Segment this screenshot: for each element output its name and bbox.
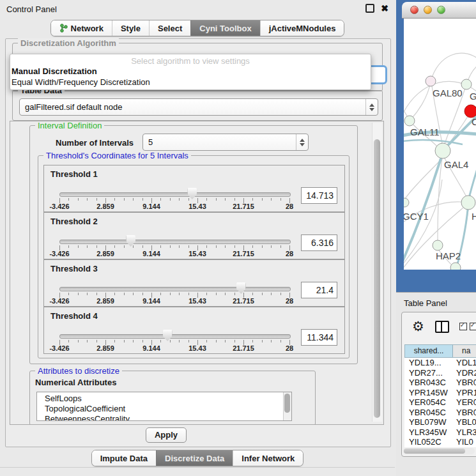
slider-track[interactable] [59,192,291,197]
combobox-value: galFiltered.sif default node [20,102,365,112]
table-row[interactable]: YER054CYER0 [404,397,476,408]
control-panel-titlebar: Control Panel ✖ [0,0,395,18]
slider-scale-labels: -3.4262.8599.14415.4321.71528 [59,250,289,257]
tab-jactivemnodules[interactable]: jActiveMNodules [260,20,344,36]
combobox-value: 5 [143,137,296,147]
network-icon [59,24,68,33]
network-canvas[interactable]: GAL80GACGAL11GAL4GCY1HHAP2 [404,19,476,270]
panel-title: Control Panel [6,4,57,14]
panel-bottom-divider [0,467,395,468]
tab-label: Select [158,24,182,33]
tab-select[interactable]: Select [149,20,190,36]
zoom-traffic-light-icon[interactable] [437,6,445,14]
table-toolbar: ⚙ [402,312,476,341]
settings-scroll-area: Interval Definition Number of Intervals … [10,121,384,425]
group-title: Discretization Algorithm [18,38,119,48]
table-cell: YBR045C [404,408,452,418]
network-node-gal4[interactable] [435,143,450,158]
network-node-gcy1[interactable] [404,198,409,207]
combobox-arrows-icon [365,99,378,115]
table-row[interactable]: YIL052CYIL0 [404,437,476,447]
threshold-slider[interactable]: -3.4262.8599.14415.4321.71528 [59,307,289,353]
table-panel-title: Table Panel [404,298,447,308]
threshold-value-field[interactable]: 14.713 [301,187,337,204]
table-cell: YER0 [452,397,476,408]
dropdown-option-equal-width[interactable]: Equal Width/Frequency Discretization [12,77,150,87]
threshold-value-field[interactable]: 11.344 [301,329,337,346]
table-cell: YLR345W [404,427,452,438]
network-node-gal80[interactable] [426,76,436,86]
float-window-icon[interactable] [365,4,374,13]
tab-discretize-data[interactable]: Discretize Data [156,450,233,466]
table-cell: YDL19... [404,358,452,368]
threshold-slider[interactable]: -3.4262.8599.14415.4321.71528 [59,260,289,306]
column-header-shared[interactable]: shared... [405,345,453,357]
group-title: Threshold's Coordinates for 5 Intervals [43,151,191,160]
table-data-combobox[interactable]: galFiltered.sif default node [19,98,378,116]
table-row[interactable]: YBR043CYBR0 [404,378,476,388]
checkbox-icon[interactable] [459,323,467,330]
tab-network[interactable]: Network [51,20,112,36]
tab-cyni-toolbox[interactable]: Cyni Toolbox [190,20,259,36]
attributes-list-scrollbar[interactable] [283,392,291,420]
table-cell: YER054C [404,397,452,408]
network-node[interactable] [450,263,461,270]
tab-label: Infer Network [242,454,295,463]
network-node-c[interactable] [464,105,476,118]
network-window-titlebar[interactable] [402,2,476,19]
dropdown-option-manual[interactable]: Manual Discretization [12,66,97,76]
vertical-scrollbar[interactable] [372,123,382,422]
threshold-value-field[interactable]: 21.4 [301,282,337,298]
node-label: GAL80 [433,88,463,98]
attribute-item[interactable]: SelfLoops [45,394,291,404]
tab-infer-network[interactable]: Infer Network [233,450,303,466]
network-node-h[interactable] [461,196,475,210]
attribute-item[interactable]: BetweennessCentrality [45,414,291,421]
threshold-value-field[interactable]: 6.316 [301,234,337,251]
table-row[interactable]: YBL079WYBL0 [404,417,476,427]
table-cell: YPR1 [452,388,476,398]
number-of-intervals-combobox[interactable]: 5 [142,134,309,151]
attributes-list[interactable]: SelfLoopsTopologicalCoefficientBetweenne… [36,392,292,421]
minimize-traffic-light-icon[interactable] [424,6,432,14]
tab-label: Discretize Data [165,454,224,463]
tab-impute-data[interactable]: Impute Data [92,450,156,466]
close-icon[interactable]: ✖ [381,4,388,12]
attribute-item[interactable]: TopologicalCoefficient [45,404,291,414]
network-node-hap2[interactable] [433,240,443,250]
table-row[interactable]: YDR27...YDR2 [404,368,476,378]
checkbox-icon[interactable] [470,323,476,330]
table-cell: YBR0 [452,408,476,418]
close-traffic-light-icon[interactable] [410,6,418,14]
node-label: C [472,116,476,127]
tab-label: Impute Data [100,454,148,463]
node-label: GA [470,91,476,102]
threshold-slider[interactable]: -3.4262.8599.14415.4321.71528 [59,213,289,259]
combobox-arrows-icon [296,134,308,150]
gear-icon[interactable]: ⚙ [412,320,424,333]
attributes-group: Attributes to discretize Numerical Attri… [29,371,316,425]
slider-track[interactable] [59,334,291,339]
table-cell: YDR27... [404,368,452,378]
table-cell: YIL0 [452,437,476,447]
table-cell: YBR043C [404,378,452,388]
columns-icon[interactable] [435,321,449,333]
network-edge[interactable] [405,158,442,199]
table-row[interactable]: YDL19...YDL1 [404,358,476,368]
table-row[interactable]: YLR345WYLR3 [404,427,476,438]
tab-style[interactable]: Style [112,20,149,36]
apply-button[interactable]: Apply [146,427,187,443]
horizontal-scrollbar[interactable] [403,448,475,454]
network-node-ga[interactable] [461,79,472,89]
table-row[interactable]: YBR045CYBR0 [404,408,476,418]
threshold-slider[interactable]: -3.4262.8599.14415.4321.71528 [59,165,289,211]
slider-track[interactable] [59,287,291,291]
network-node-gal11[interactable] [404,116,415,126]
slider-track[interactable] [59,240,291,244]
table-cell: YBR0 [452,378,476,388]
table-row[interactable]: YPR145WYPR1 [404,388,476,398]
network-view-window: GAL80GACGAL11GAL4GCY1HHAP2 [396,0,476,292]
node-label: HAP2 [436,250,461,261]
dropdown-hint: Select algorithm to view settings [10,56,371,66]
column-header-name[interactable]: na [453,345,476,357]
